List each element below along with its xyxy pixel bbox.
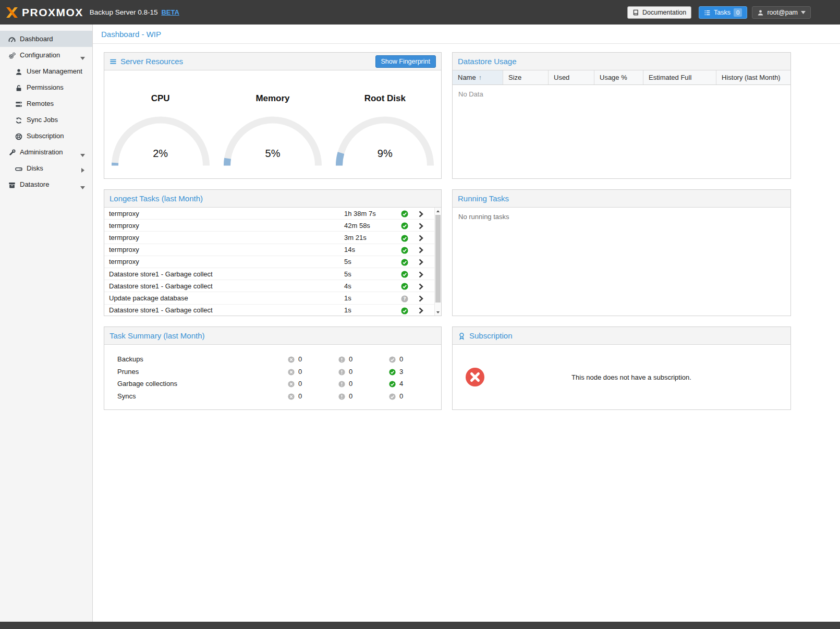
gauge-value-text: 2% [104, 148, 216, 160]
logo-text: PROXMOX [22, 6, 83, 19]
chevron-right-icon[interactable] [413, 270, 429, 278]
column-header-size[interactable]: Size [503, 70, 549, 84]
task-duration: 14s [344, 246, 396, 253]
user-menu-button[interactable]: root@pam [752, 6, 811, 19]
task-row[interactable]: Datastore store1 - Garbage collect 5s ? [104, 268, 434, 280]
sidebar-item-user-management[interactable]: User Management [0, 63, 92, 79]
task-status-icon: ? [396, 282, 413, 290]
sidebar-item-permissions[interactable]: Permissions [0, 79, 92, 95]
chevron-right-icon[interactable] [413, 246, 429, 253]
sidebar-item-remotes[interactable]: Remotes [0, 95, 92, 112]
panel-title: Task Summary (last Month) [109, 331, 205, 340]
task-row[interactable]: termproxy 5s ? [104, 256, 434, 268]
summary-label: Backups [117, 355, 288, 363]
beta-link[interactable]: BETA [161, 8, 179, 16]
gauge-label: CPU [104, 93, 216, 104]
column-header-estimated-full[interactable]: Estimated Full [643, 70, 716, 84]
task-status-icon: ? [396, 209, 413, 217]
caret-down-icon[interactable] [80, 183, 85, 191]
sidebar-item-label: User Management [27, 67, 82, 75]
column-header-history[interactable]: History (last Month) [716, 70, 790, 84]
no-subscription-icon [465, 367, 485, 387]
ok-circle-icon [389, 392, 396, 400]
scroll-up-button[interactable] [435, 208, 441, 214]
chevron-right-icon[interactable] [413, 234, 429, 241]
task-row[interactable]: Datastore store1 - Garbage collect 1s ? [104, 305, 434, 316]
subscription-body: This node does not have a subscription. [453, 345, 790, 409]
wrench-icon [8, 149, 16, 156]
panel-title: Server Resources [120, 57, 183, 66]
task-row[interactable]: termproxy 14s ? [104, 244, 434, 256]
ok-count: 0 [399, 392, 403, 400]
scroll-down-button[interactable] [435, 309, 441, 316]
documentation-button[interactable]: Documentation [627, 6, 691, 19]
task-duration: 4s [344, 282, 396, 290]
gauge-label: Root Disk [329, 93, 441, 104]
column-label: Estimated Full [649, 74, 691, 81]
warning-count: 0 [349, 368, 352, 376]
chevron-right-icon[interactable] [81, 166, 84, 174]
vertical-scrollbar[interactable] [434, 208, 441, 316]
caret-down-icon[interactable] [80, 151, 85, 159]
page-header: Dashboard - WIP [93, 25, 840, 44]
check-circle-icon [401, 258, 408, 266]
task-status-icon: ? [396, 221, 413, 229]
sidebar-item-dashboard[interactable]: Dashboard [0, 31, 92, 47]
tachometer-icon [8, 35, 16, 43]
sidebar-item-sync-jobs[interactable]: Sync Jobs [0, 112, 92, 128]
tasks-button[interactable]: Tasks 0 [699, 6, 747, 19]
running-tasks-panel: Running Tasks No running tasks [452, 189, 791, 316]
subscription-panel: Subscription This node does not have a s… [452, 326, 791, 410]
summary-label: Syncs [117, 392, 288, 400]
show-fingerprint-button[interactable]: Show Fingerprint [375, 55, 436, 68]
task-duration: 5s [344, 258, 396, 265]
task-row[interactable]: termproxy 42m 58s ? [104, 220, 434, 232]
sidebar-item-datastore[interactable]: Datastore [0, 176, 92, 192]
task-row[interactable]: termproxy 1h 38m 7s ? [104, 208, 434, 220]
column-label: Usage % [600, 74, 627, 81]
task-row[interactable]: Datastore store1 - Garbage collect 4s ? [104, 280, 434, 292]
error-circle-icon [288, 355, 295, 363]
bottom-bar [0, 622, 840, 629]
panel-title: Datastore Usage [458, 57, 517, 66]
warning-circle-icon [338, 368, 345, 376]
topbar-actions: Documentation Tasks 0 root@pam [627, 6, 811, 19]
chevron-right-icon[interactable] [413, 294, 429, 302]
check-circle-icon [401, 222, 408, 230]
check-circle-icon [401, 306, 408, 314]
user-icon [15, 68, 22, 75]
task-row[interactable]: termproxy 3m 21s ? [104, 232, 434, 244]
chevron-right-icon[interactable] [413, 282, 429, 290]
error-circle-icon [288, 380, 295, 388]
chevron-right-icon[interactable] [413, 306, 429, 314]
subscription-header: Subscription [453, 327, 790, 345]
ok-count: 4 [399, 380, 403, 388]
error-count: 0 [298, 368, 302, 376]
sidebar-item-configuration[interactable]: Configuration [0, 47, 92, 63]
sidebar-item-administration[interactable]: Administration [0, 144, 92, 160]
error-count: 0 [298, 392, 302, 400]
sidebar-item-disks[interactable]: Disks [0, 160, 92, 176]
sidebar-item-subscription[interactable]: Subscription [0, 128, 92, 144]
user-menu-label: root@pam [767, 9, 798, 16]
column-label: Used [554, 74, 569, 81]
chevron-right-icon[interactable] [413, 258, 429, 265]
check-circle-icon [401, 270, 408, 279]
subscription-message: This node does not have a subscription. [485, 373, 778, 381]
triangle-down-icon [436, 311, 440, 313]
caret-down-icon[interactable] [80, 54, 85, 62]
column-header-used[interactable]: Used [549, 70, 594, 84]
topbar: PROXMOX Backup Server 0.8-15 BETA Docume… [0, 0, 840, 25]
chevron-right-icon[interactable] [413, 222, 429, 229]
chevron-right-icon[interactable] [413, 210, 429, 217]
column-header-name[interactable]: Name ↑ [453, 70, 503, 84]
page-title: Dashboard - WIP [101, 30, 161, 39]
tasks-count-badge: 0 [734, 8, 742, 17]
task-row[interactable]: Update package database 1s ? [104, 292, 434, 304]
scrollbar-thumb[interactable] [435, 215, 441, 303]
column-header-usage-pct[interactable]: Usage % [594, 70, 643, 84]
task-name: termproxy [109, 210, 344, 217]
app-body: Dashboard Configuration User Management [0, 25, 840, 622]
check-circle-icon [401, 210, 408, 218]
archive-icon [8, 181, 16, 188]
